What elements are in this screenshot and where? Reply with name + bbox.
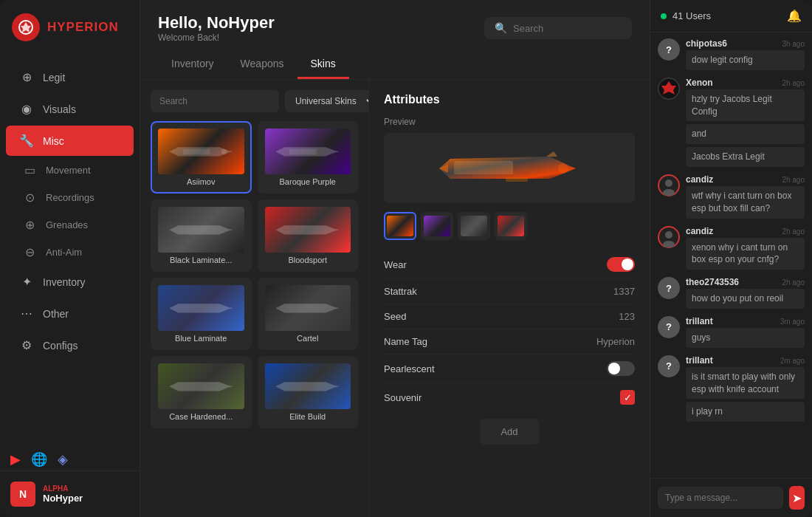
message-username: theo2743536 bbox=[686, 277, 739, 287]
message-time: 2h ago bbox=[782, 176, 805, 184]
bell-icon[interactable]: 🔔 bbox=[787, 9, 802, 23]
wear-toggle[interactable] bbox=[607, 257, 635, 272]
skin-name-bloodsport: Bloodsport bbox=[265, 256, 351, 264]
page-subtitle: Welcome Back! bbox=[158, 32, 275, 43]
sidebar-item-label: Visuals bbox=[43, 103, 76, 115]
attr-stattrak: Stattrak 1337 bbox=[384, 279, 635, 304]
chat-message: ? trillant 2m ago is it smart to play wi… bbox=[658, 355, 805, 422]
souvenir-checkbox[interactable]: ✓ bbox=[620, 390, 635, 405]
tab-skins[interactable]: Skins bbox=[297, 50, 349, 79]
svg-point-6 bbox=[558, 163, 568, 174]
avatar: N bbox=[10, 482, 35, 507]
web-icon[interactable]: 🌐 bbox=[31, 451, 47, 468]
page-greeting: Hello, NoHyper bbox=[158, 13, 275, 32]
skin-card-asiimov[interactable]: Asiimov bbox=[151, 121, 252, 194]
attr-wear: Wear bbox=[384, 250, 635, 279]
sidebar-item-label: Other bbox=[43, 308, 69, 320]
chat-send-button[interactable]: ➤ bbox=[789, 486, 805, 510]
message-text: how do you put on reoil bbox=[686, 289, 805, 309]
skin-preview-bluelam bbox=[158, 285, 244, 331]
add-button[interactable]: Add bbox=[480, 419, 538, 445]
sidebar-item-recordings[interactable]: ⊙ Recordings bbox=[12, 185, 134, 210]
sidebar-nav: ⊕ Legit ◉ Visuals 🔧 Misc ▭ Movement ⊙ Re… bbox=[0, 55, 140, 444]
avatar: ? bbox=[658, 38, 680, 61]
message-body: candiz 2h ago xenon why i cant turn on b… bbox=[686, 226, 805, 270]
app-name: HYPERION bbox=[47, 20, 119, 35]
pearlescent-toggle[interactable] bbox=[607, 361, 635, 376]
skin-name-elite: Elite Build bbox=[265, 412, 351, 421]
header-left: Hello, NoHyper Welcome Back! bbox=[158, 13, 275, 43]
chat-message: candiz 2h ago wtf why i cant turn on box… bbox=[658, 174, 805, 219]
svg-point-11 bbox=[665, 179, 672, 187]
svg-rect-7 bbox=[506, 177, 528, 182]
main-content: Hello, NoHyper Welcome Back! 🔍 Inventory… bbox=[140, 0, 650, 517]
chat-messages: ? chipotas6 3h ago dow legit config Xeno… bbox=[650, 32, 812, 478]
skin-preview-case bbox=[158, 363, 244, 409]
avatar: ? bbox=[658, 316, 680, 338]
sidebar-item-label: Configs bbox=[43, 340, 78, 352]
skin-thumb-3[interactable] bbox=[495, 212, 527, 240]
sidebar-item-other[interactable]: ⋯ Other bbox=[6, 298, 134, 329]
svg-rect-5 bbox=[454, 161, 513, 174]
sidebar-item-visuals[interactable]: ◉ Visuals bbox=[6, 94, 134, 124]
message-text: guys bbox=[686, 328, 805, 348]
attributes-title: Attributes bbox=[384, 93, 635, 106]
skin-card-bluelam[interactable]: Blue Laminate bbox=[151, 278, 252, 350]
sidebar-item-legit[interactable]: ⊕ Legit bbox=[6, 62, 134, 92]
nametag-value: Hyperion bbox=[596, 336, 635, 347]
attr-pearlescent: Pearlescent bbox=[384, 355, 635, 383]
body-area: Universal Skins Asiimov bbox=[140, 80, 650, 517]
tab-weapons[interactable]: Weapons bbox=[227, 50, 297, 79]
message-body: Xenon 2h ago hzly try Jacobs Legit Confi… bbox=[686, 78, 805, 167]
users-count: 41 Users bbox=[672, 10, 711, 21]
svg-rect-2 bbox=[182, 148, 210, 154]
message-username: chipotas6 bbox=[686, 38, 727, 49]
message-username: candiz bbox=[686, 174, 713, 185]
message-text: wtf why i cant turn on box esp but box f… bbox=[686, 186, 805, 219]
skin-card-elite[interactable]: Elite Build bbox=[258, 356, 359, 428]
main-search-bar[interactable]: 🔍 bbox=[484, 17, 632, 39]
sidebar-item-anti-aim[interactable]: ⊖ Anti-Aim bbox=[12, 239, 134, 265]
sidebar-item-label: Recordings bbox=[46, 192, 94, 203]
message-time: 2h ago bbox=[782, 227, 805, 236]
message-username: candiz bbox=[686, 226, 713, 236]
sidebar-item-misc[interactable]: 🔧 Misc bbox=[6, 126, 134, 156]
sidebar-item-configs[interactable]: ⚙ Configs bbox=[6, 330, 134, 360]
chat-input[interactable] bbox=[658, 487, 783, 509]
preview-weapon-svg bbox=[432, 140, 587, 196]
message-username: trillant bbox=[686, 316, 713, 326]
message-time: 2h ago bbox=[782, 278, 805, 287]
visuals-icon: ◉ bbox=[19, 102, 34, 116]
movement-icon: ▭ bbox=[22, 163, 37, 177]
discord-icon[interactable]: ◈ bbox=[58, 451, 68, 468]
skin-thumb-0[interactable] bbox=[384, 212, 416, 240]
skin-thumb-1[interactable] bbox=[421, 212, 453, 240]
svg-marker-8 bbox=[546, 151, 557, 157]
skin-card-blacklam[interactable]: Black Laminate... bbox=[151, 199, 252, 272]
search-input[interactable] bbox=[513, 23, 622, 34]
attr-souvenir: Souvenir ✓ bbox=[384, 383, 635, 411]
chat-message: ? trillant 3m ago guys bbox=[658, 316, 805, 348]
anti-aim-icon: ⊖ bbox=[22, 245, 37, 259]
stattrak-label: Stattrak bbox=[384, 286, 417, 297]
skin-card-baroque[interactable]: Baroque Purple bbox=[258, 121, 359, 194]
skin-card-cartel[interactable]: Cartel bbox=[258, 278, 359, 350]
skin-card-case[interactable]: Case Hardened... bbox=[151, 356, 252, 428]
skin-card-bloodsport[interactable]: Bloodsport bbox=[258, 199, 359, 272]
skin-preview-cartel bbox=[265, 285, 351, 331]
skin-preview-asiimov bbox=[158, 129, 244, 174]
sidebar-item-inventory[interactable]: ✦ Inventory bbox=[6, 267, 134, 297]
avatar: ? bbox=[658, 355, 680, 377]
sidebar-item-grenades[interactable]: ⊕ Grenades bbox=[12, 212, 134, 238]
youtube-icon[interactable]: ▶ bbox=[10, 451, 21, 468]
tab-inventory[interactable]: Inventory bbox=[158, 50, 227, 79]
skin-thumb-2[interactable] bbox=[458, 212, 490, 240]
sidebar-item-movement[interactable]: ▭ Movement bbox=[12, 157, 134, 183]
sidebar-item-label: Grenades bbox=[46, 219, 88, 230]
message-body: chipotas6 3h ago dow legit config bbox=[686, 38, 805, 70]
skin-thumbnails bbox=[384, 212, 635, 240]
stattrak-value: 1337 bbox=[613, 286, 635, 297]
skins-dropdown[interactable]: Universal Skins bbox=[285, 90, 369, 112]
skins-search-input[interactable] bbox=[151, 90, 279, 112]
toggle-knob bbox=[622, 258, 633, 270]
